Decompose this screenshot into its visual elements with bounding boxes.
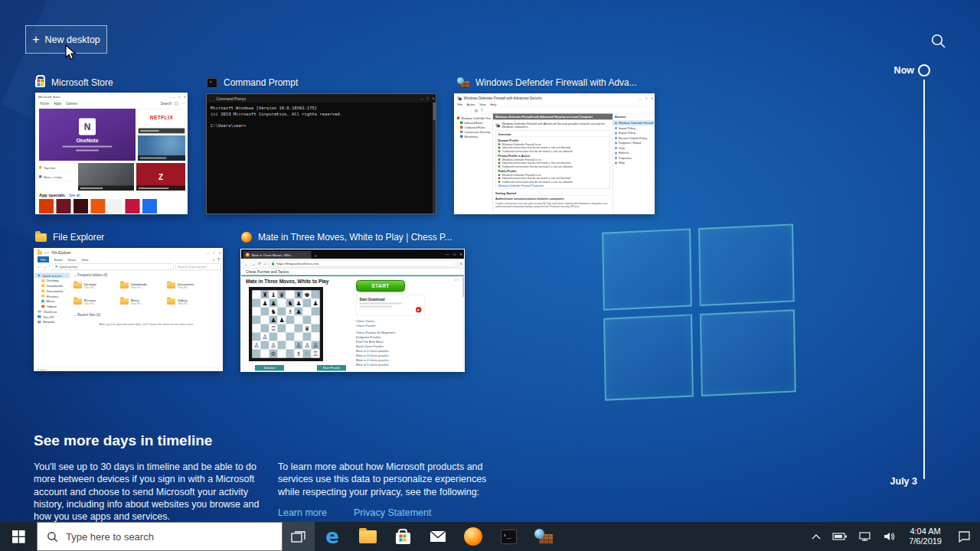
folder-text: DocumentsThis PC	[178, 282, 194, 289]
tree-item-icon	[460, 122, 463, 125]
store-tile-photo	[78, 163, 134, 191]
getting-started-heading: Getting Started	[495, 191, 610, 196]
explorer-sidebar-item: Documents	[34, 289, 70, 294]
tray-volume-icon[interactable]	[877, 522, 902, 551]
sidebar-item-label: This PC	[43, 315, 54, 318]
chess-square: ♟	[312, 299, 320, 308]
taskbar-icon-file-explorer[interactable]	[350, 522, 385, 551]
profile-status-row: Inbound connections that do not match a …	[498, 161, 608, 165]
privacy-statement-link[interactable]: Privacy Statement	[354, 507, 431, 518]
tray-chevron-up-icon[interactable]	[805, 522, 827, 551]
window-thumbnail-firewall[interactable]: Windows Defender Firewall with Advanced …	[454, 93, 655, 214]
profile-status-row: Windows Defender Firewall is on.	[498, 143, 608, 146]
window-thumbnail-microsoft-store[interactable]: Microsoft Store —□✕ Home Apps Games Sear…	[35, 93, 188, 214]
chess-square	[303, 333, 312, 341]
tray-network-icon[interactable]	[853, 522, 877, 551]
explorer-sidebar-item: Quick access	[34, 273, 70, 279]
chess-square	[303, 308, 312, 316]
explorer-sidebar-item: Network	[34, 319, 70, 324]
taskbar-search-box[interactable]	[37, 522, 283, 551]
chess-square: ♙	[270, 341, 278, 350]
cmd-copyright-line: (c) 2019 Microsoft Corporation. All righ…	[211, 111, 433, 116]
overview-heading: Overview	[498, 132, 608, 137]
tab-home: Home	[54, 258, 63, 262]
chess-square: ♔	[270, 350, 278, 358]
status-text: Outbound connections that do not match a…	[502, 150, 573, 153]
chess-square	[253, 291, 261, 299]
status-icon	[498, 150, 501, 152]
start-button[interactable]	[0, 522, 37, 551]
status-icon	[498, 181, 501, 183]
taskbar-clock[interactable]: 4:04 AM 7/6/2019	[902, 522, 949, 551]
maximize-icon: □	[645, 96, 647, 100]
close-icon: ✕	[651, 96, 653, 100]
action-center-icon	[958, 530, 971, 543]
action-label: Properties	[619, 156, 632, 160]
sidebar-item-icon	[38, 311, 41, 313]
explorer-sidebar-item: Music	[34, 298, 70, 304]
cmd-console-output: Microsoft Windows [Version 10.0.18362.17…	[207, 103, 436, 132]
console-tree-item: Monitoring	[457, 135, 492, 139]
taskbar-icon-mail[interactable]	[420, 522, 456, 551]
chess-square	[253, 324, 261, 333]
search-icon[interactable]	[929, 32, 948, 51]
explorer-sidebar-item: This PC	[34, 315, 70, 320]
action-icon	[615, 127, 617, 129]
maximize-icon: □	[213, 251, 214, 255]
windows-logo-wallpaper	[602, 223, 798, 403]
chess-square	[261, 350, 270, 358]
search-placeholder: Search Quick access	[178, 265, 207, 269]
task-view-button[interactable]	[283, 522, 315, 551]
chess-square	[286, 291, 295, 299]
timeline-now-label: Now	[882, 65, 914, 76]
window-thumbnail-command-prompt[interactable]: › Command Prompt —□✕ Microsoft Windows […	[206, 93, 436, 214]
minimize-icon: —	[446, 253, 449, 256]
browser-tab: Mate in Three Moves, Whit...	[243, 251, 312, 259]
firefox-icon	[464, 527, 482, 546]
action-label: Import Policy...	[619, 126, 638, 130]
lock-icon	[272, 262, 275, 266]
window-thumbnail-file-explorer[interactable]: ▾ ⟳ File Explorer —□✕ File Home Share Vi…	[34, 248, 223, 371]
maximize-icon: □	[453, 253, 456, 256]
console-icon: ▤	[475, 108, 478, 112]
see-all-link: See all	[69, 194, 80, 198]
store-nav: Home Apps Games Search···	[36, 99, 188, 107]
chess-square: ♛	[278, 291, 286, 299]
new-tab-icon: +	[315, 253, 317, 258]
onenote-title: OneNote	[76, 138, 98, 144]
tray-battery-icon[interactable]	[827, 522, 853, 551]
learn-more-link[interactable]: Learn more	[278, 507, 327, 518]
chess-square: ♗	[295, 350, 303, 358]
status-text: Windows Defender Firewall is on.	[502, 174, 542, 177]
up-icon: ↑	[49, 265, 51, 269]
taskbar-icon-microsoft-store[interactable]	[385, 522, 420, 551]
card-title-explorer: File Explorer	[35, 230, 104, 244]
status-icon	[498, 161, 501, 164]
chess-square	[253, 308, 261, 316]
timeline-scrubber-knob[interactable]	[918, 64, 930, 77]
status-icon	[498, 143, 501, 145]
taskbar-icon-edge[interactable]: e	[315, 522, 350, 551]
tree-item-icon	[460, 126, 463, 129]
new-desktop-button[interactable]: + New desktop	[25, 25, 107, 54]
folder-location: This PC	[178, 302, 188, 305]
taskbar-icon-command-prompt[interactable]: ›_	[491, 522, 526, 551]
action-label: View	[619, 146, 625, 150]
menu-action: Action	[466, 103, 475, 106]
chess-square: ♟	[270, 316, 278, 324]
chess-square: ♟	[295, 308, 303, 316]
chess-square: ♚	[303, 291, 312, 299]
maximize-icon: □	[426, 96, 428, 100]
new-rising-icon	[39, 175, 42, 178]
tree-item-label: Outbound Rules	[465, 126, 485, 129]
site-name: Chess Puzzles and Tactics	[246, 270, 289, 275]
chess-square	[295, 333, 303, 341]
taskbar-icon-firefox[interactable]	[456, 522, 491, 551]
window-thumbnail-firefox-chess[interactable]: Mate in Three Moves, Whit... + —□✕ ← → ⟳…	[240, 249, 465, 372]
explorer-main-pane: ⌄ Frequent folders (6) DesktopThis PCDow…	[70, 271, 223, 367]
action-center-button[interactable]	[949, 522, 980, 551]
taskbar-icon-firewall[interactable]	[526, 522, 561, 551]
ribbon-expand-help-icons: ∨ ❓	[212, 258, 220, 262]
search-input[interactable]	[66, 531, 250, 543]
recent-files-empty-message: After you've opened some files, we'll sh…	[74, 323, 220, 327]
